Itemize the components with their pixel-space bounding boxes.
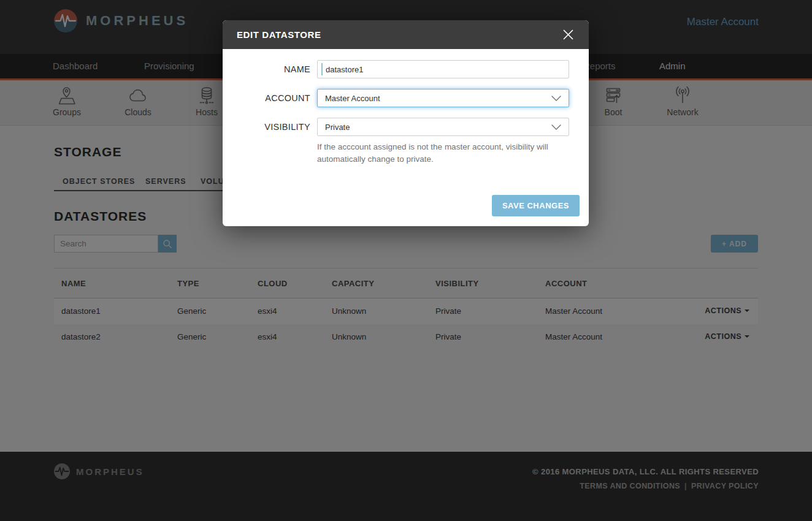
edit-datastore-modal: EDIT DATASTORE NAME ACCOUNT Master Accou… xyxy=(223,20,589,226)
visibility-label: VISIBILITY xyxy=(236,118,317,136)
visibility-select[interactable]: Private xyxy=(317,118,569,136)
modal-title: EDIT DATASTORE xyxy=(237,29,562,40)
modal-header: EDIT DATASTORE xyxy=(223,20,589,49)
visibility-field-row: VISIBILITY Private xyxy=(236,118,575,136)
modal-body: NAME ACCOUNT Master Account VISIBILITY xyxy=(223,49,589,165)
visibility-select-value: Private xyxy=(325,123,350,132)
name-input[interactable] xyxy=(317,60,569,78)
close-button[interactable] xyxy=(562,28,575,41)
name-label: NAME xyxy=(236,60,317,78)
account-select[interactable]: Master Account xyxy=(317,89,569,107)
chevron-down-icon xyxy=(551,96,561,101)
account-label: ACCOUNT xyxy=(236,89,317,107)
save-changes-button[interactable]: SAVE CHANGES xyxy=(492,195,580,216)
account-select-value: Master Account xyxy=(325,94,380,103)
visibility-help-text: If the acccount assigned is not the mast… xyxy=(317,141,565,165)
account-field-row: ACCOUNT Master Account xyxy=(236,89,575,107)
chevron-down-icon xyxy=(551,124,561,130)
text-caret xyxy=(321,63,323,75)
name-field-row: NAME xyxy=(236,60,575,78)
close-icon xyxy=(563,32,573,42)
